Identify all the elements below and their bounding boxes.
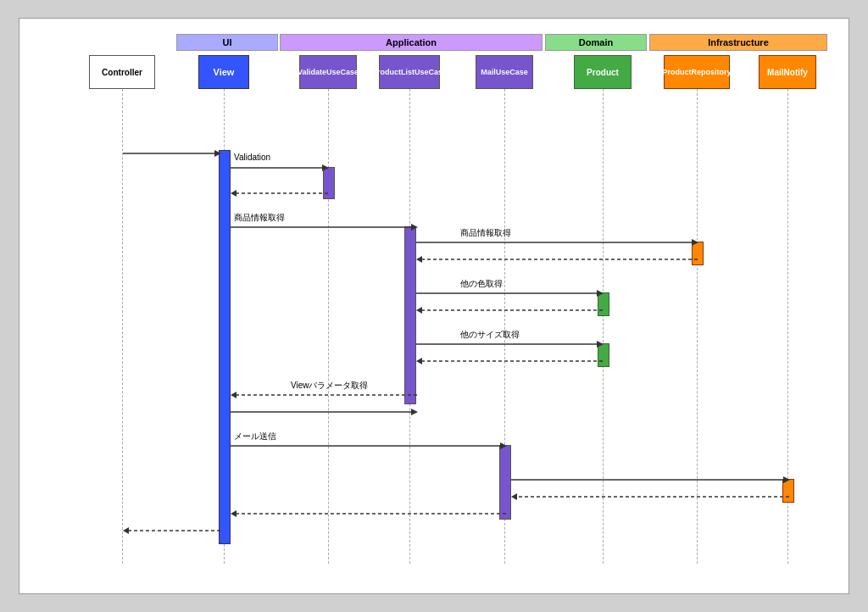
svg-marker-17: [597, 341, 604, 348]
label-send-mail: メール送信: [234, 431, 276, 442]
svg-marker-3: [322, 164, 329, 171]
label-get-product-info1: 商品情報取得: [234, 212, 285, 224]
arrow-productlist-to-repo: [416, 237, 698, 248]
swimlane-ui-label: UI: [177, 35, 277, 50]
arrow-productlist-to-product-color: [416, 288, 603, 298]
arrow-mail-to-notify: [511, 475, 789, 485]
label-get-product-info2: 商品情報取得: [460, 227, 511, 239]
svg-marker-13: [597, 290, 604, 297]
svg-marker-19: [416, 358, 422, 364]
svg-marker-27: [783, 476, 790, 483]
participant-mail-notify: MailNotify: [759, 55, 816, 89]
swimlane-infrastructure: Infrastructure: [649, 34, 827, 51]
participant-product-list-use-case: ProductListUseCase: [379, 55, 440, 89]
diagram-container: UI Application Domain Infrastructure Con…: [19, 18, 849, 594]
arrow-view-to-productlist2: [231, 407, 417, 417]
lifeline-validate: [328, 89, 329, 564]
arrow-view-return-controller: [123, 526, 220, 536]
participant-product-repository: ProductRepository: [664, 55, 730, 89]
arrow-product-size-return: [416, 356, 603, 366]
swimlane-application-label: Application: [281, 35, 542, 50]
participant-mail-use-case: MailUseCase: [476, 55, 533, 89]
participant-controller: Controller: [89, 55, 155, 89]
svg-marker-15: [416, 307, 422, 314]
participant-product: Product: [574, 55, 632, 89]
svg-marker-9: [692, 239, 698, 246]
label-validation: Validation: [234, 153, 270, 162]
label-view-params: Viewパラメータ取得: [291, 380, 369, 392]
lifeline-controller: [122, 89, 123, 564]
arrow-controller-to-view: [123, 148, 220, 159]
svg-marker-21: [231, 392, 236, 398]
arrow-view-to-validate: [231, 163, 328, 173]
participant-view: View: [198, 55, 249, 89]
arrow-repo-return: [416, 254, 698, 264]
svg-marker-5: [231, 190, 236, 197]
label-get-size: 他のサイズ取得: [460, 329, 520, 341]
activation-product-list: [404, 226, 416, 404]
svg-marker-7: [411, 224, 418, 231]
arrow-product-color-return: [416, 305, 603, 315]
swimlane-application: Application: [280, 34, 542, 51]
arrow-validate-return: [231, 188, 328, 198]
swimlane-ui: UI: [176, 34, 278, 51]
swimlane-infrastructure-label: Infrastructure: [650, 35, 826, 50]
svg-marker-23: [411, 409, 418, 415]
label-get-color: 他の色取得: [460, 278, 503, 290]
activation-view: [219, 150, 231, 544]
svg-marker-11: [416, 256, 422, 263]
svg-marker-29: [511, 493, 517, 500]
svg-marker-31: [231, 510, 236, 517]
svg-marker-33: [123, 527, 129, 534]
participant-validate-use-case: ValidateUseCase: [299, 55, 357, 89]
svg-marker-25: [500, 442, 507, 449]
arrow-notify-return: [511, 492, 789, 502]
arrow-mail-return-view: [231, 509, 506, 519]
swimlane-domain-label: Domain: [546, 35, 646, 50]
swimlane-domain: Domain: [545, 34, 647, 51]
svg-marker-1: [214, 150, 221, 157]
